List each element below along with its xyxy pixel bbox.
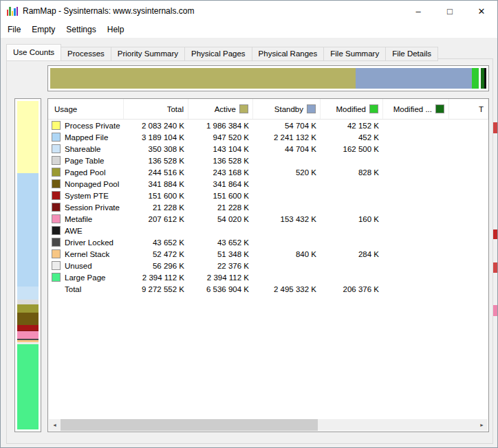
modified-color-swatch: [369, 104, 378, 113]
menu-help[interactable]: Help: [102, 23, 130, 36]
table-row-unused[interactable]: Unused56 296 K22 376 K: [48, 260, 489, 272]
scrollbar-thumb[interactable]: [61, 419, 318, 431]
usage-label: Session Private: [65, 202, 120, 214]
value-cell: [449, 214, 488, 225]
value-cell: [253, 202, 321, 214]
rammap-app-icon: [7, 6, 18, 16]
usage-label: Nonpaged Pool: [65, 179, 119, 190]
value-cell: 51 348 K: [188, 249, 253, 260]
usage-label: Page Table: [65, 155, 104, 167]
table-row-mapped-file[interactable]: Mapped File3 189 104 K947 520 K2 241 132…: [48, 132, 489, 144]
tab-processes[interactable]: Processes: [61, 47, 111, 61]
segment-shareable: [17, 287, 39, 299]
column-header-total[interactable]: Total: [124, 99, 188, 119]
horizontal-scrollbar[interactable]: ◄ ►: [49, 419, 488, 431]
value-cell: 341 864 K: [188, 179, 253, 190]
value-cell: [253, 190, 321, 202]
edge-artifact: [493, 122, 497, 133]
usage-cell: AWE: [48, 225, 124, 237]
usage-label: Shareable: [65, 144, 100, 155]
column-header-active[interactable]: Active: [188, 99, 253, 119]
column-header-usage[interactable]: Usage: [48, 99, 124, 119]
window-title: RamMap - Sysinternals: www.sysinternals.…: [23, 6, 194, 16]
value-cell: 828 K: [321, 167, 383, 179]
value-cell: [383, 190, 449, 202]
usage-label: Kernel Stack: [65, 249, 109, 260]
menu-settings[interactable]: Settings: [61, 23, 101, 36]
value-cell: [383, 202, 449, 214]
column-header-standby[interactable]: Standby: [253, 99, 321, 119]
table-row-system-pte[interactable]: System PTE151 600 K151 600 K: [48, 190, 489, 202]
table-row-awe[interactable]: AWE: [48, 225, 489, 237]
value-cell: [253, 179, 321, 190]
column-header-modified[interactable]: Modified: [321, 99, 383, 119]
table-row-total[interactable]: Total9 272 552 K6 536 904 K2 495 332 K20…: [48, 284, 489, 295]
tab-physical-ranges[interactable]: Physical Ranges: [252, 47, 325, 61]
usage-cell: Shareable: [48, 144, 124, 155]
column-header-t[interactable]: T: [449, 99, 488, 119]
column-header-modified[interactable]: Modified ...: [383, 99, 449, 119]
tab-file-details[interactable]: File Details: [386, 47, 438, 61]
shareable-color-swatch: [52, 144, 61, 153]
table-row-metafile[interactable]: Metafile207 612 K54 020 K153 432 K160 K: [48, 214, 489, 225]
segment-mapped-file: [17, 173, 39, 287]
value-cell: 1 986 384 K: [188, 120, 253, 132]
maximize-button[interactable]: □: [434, 1, 466, 21]
value-cell: 153 432 K: [253, 214, 321, 225]
usage-label: Mapped File: [65, 132, 108, 144]
segment-nonpaged-pool: [17, 313, 39, 325]
value-cell: 520 K: [253, 167, 321, 179]
menu-file[interactable]: File: [2, 23, 26, 36]
value-cell: [449, 225, 488, 237]
value-cell: 2 394 112 K: [188, 272, 253, 284]
usage-label: Metafile: [65, 214, 92, 225]
tab-use-counts[interactable]: Use Counts: [6, 44, 61, 61]
value-cell: [449, 249, 488, 260]
value-cell: 2 241 132 K: [253, 132, 321, 144]
tab-physical-pages[interactable]: Physical Pages: [185, 47, 252, 61]
table-row-large-page[interactable]: Large Page2 394 112 K2 394 112 K: [48, 272, 489, 284]
table-row-kernel-stack[interactable]: Kernel Stack52 472 K51 348 K840 K284 K: [48, 249, 489, 260]
minimize-button[interactable]: –: [402, 1, 434, 21]
system-pte-color-swatch: [52, 191, 61, 200]
usage-label: Process Private: [65, 120, 120, 132]
usage-label: Driver Locked: [65, 237, 113, 249]
scroll-left-arrow-icon[interactable]: ◄: [49, 419, 61, 431]
table-row-driver-locked[interactable]: Driver Locked43 652 K43 652 K: [48, 237, 489, 249]
value-cell: 151 600 K: [188, 190, 253, 202]
column-label: Standby: [274, 105, 303, 113]
value-cell: [449, 202, 488, 214]
scrollbar-track[interactable]: [61, 419, 476, 431]
usage-cell: Paged Pool: [48, 167, 124, 179]
table-row-page-table[interactable]: Page Table136 528 K136 528 K: [48, 155, 489, 167]
value-cell: 21 228 K: [188, 202, 253, 214]
table-row-process-private[interactable]: Process Private2 083 240 K1 986 384 K54 …: [48, 120, 489, 132]
menu-empty[interactable]: Empty: [26, 23, 61, 36]
table-row-session-private[interactable]: Session Private21 228 K21 228 K: [48, 202, 489, 214]
awe-color-swatch: [52, 226, 61, 235]
column-label: Active: [215, 105, 236, 113]
close-button[interactable]: ✕: [466, 1, 497, 21]
tab-file-summary[interactable]: File Summary: [324, 47, 386, 61]
table-row-shareable[interactable]: Shareable350 308 K143 104 K44 704 K162 5…: [48, 144, 489, 155]
usage-cell: Mapped File: [48, 132, 124, 144]
value-cell: [449, 284, 488, 295]
value-cell: [449, 260, 488, 272]
value-cell: 22 376 K: [188, 260, 253, 272]
value-cell: [383, 284, 449, 295]
value-cell: [449, 132, 488, 144]
table-row-nonpaged-pool[interactable]: Nonpaged Pool341 884 K341 864 K: [48, 179, 489, 190]
value-cell: 44 704 K: [253, 144, 321, 155]
scroll-right-arrow-icon[interactable]: ►: [476, 419, 488, 431]
value-cell: 151 600 K: [124, 190, 188, 202]
value-cell: 350 308 K: [124, 144, 188, 155]
value-cell: [321, 260, 383, 272]
value-cell: 243 168 K: [188, 167, 253, 179]
tab-priority-summary[interactable]: Priority Summary: [111, 47, 185, 61]
value-cell: [383, 132, 449, 144]
segment-system-pte: [17, 325, 39, 331]
segment-modified: [472, 68, 479, 89]
table-row-paged-pool[interactable]: Paged Pool244 516 K243 168 K520 K828 K: [48, 167, 489, 179]
value-cell: 9 272 552 K: [124, 284, 188, 295]
segment-bad: [484, 68, 486, 89]
